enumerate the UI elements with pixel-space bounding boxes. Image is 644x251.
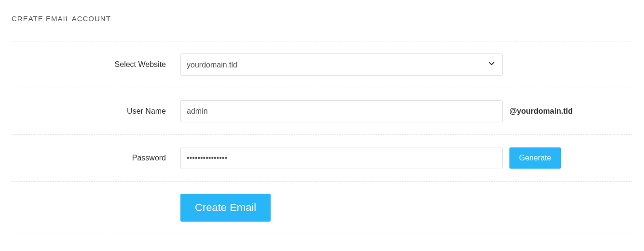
create-email-button[interactable]: Create Email xyxy=(180,194,271,222)
label-user-name: User Name xyxy=(12,107,180,116)
label-password: Password xyxy=(12,154,180,162)
generate-button[interactable]: Generate xyxy=(509,147,561,169)
domain-suffix: @yourdomain.tld xyxy=(509,107,573,116)
row-password: Password Generate xyxy=(12,134,632,181)
password-input[interactable] xyxy=(180,147,503,169)
username-input[interactable] xyxy=(180,100,503,122)
label-select-website: Select Website xyxy=(12,60,180,69)
row-select-website: Select Website yourdomain.tld xyxy=(12,41,632,88)
website-select[interactable]: yourdomain.tld xyxy=(180,53,503,76)
panel-title: CREATE EMAIL ACCOUNT xyxy=(12,14,632,23)
row-user-name: User Name @yourdomain.tld xyxy=(12,88,632,134)
row-submit: Create Email xyxy=(12,181,632,234)
